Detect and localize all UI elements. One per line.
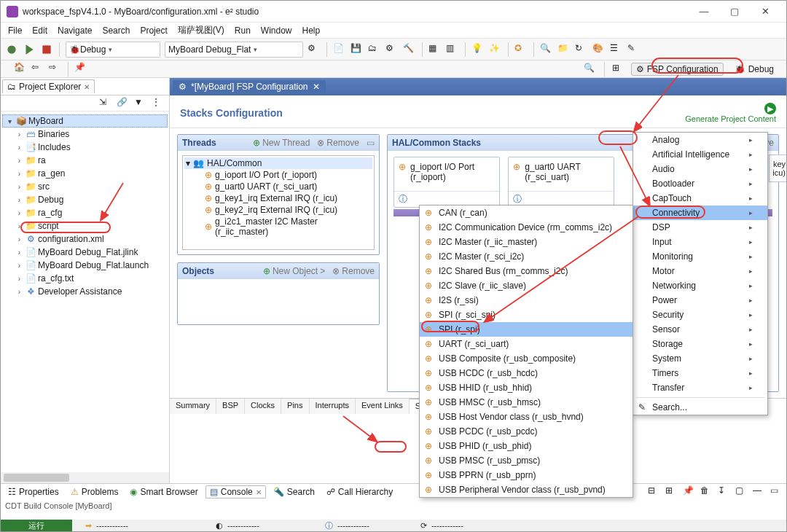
folder-icon[interactable]: 📁 [557, 43, 571, 56]
stack-box-uart[interactable]: ⊕g_uart0 UART (r_sci_uart) ⓘ [508, 157, 614, 208]
tab-clocks[interactable]: Clocks [245, 399, 281, 414]
editor-tab[interactable]: ⚙ *[MyBoard] FSP Configuration ✕ [173, 80, 326, 93]
console-min-icon[interactable]: — [753, 485, 766, 498]
submenu-item[interactable]: ⊕USB Host Vendor class (r_usb_hvnd) [420, 410, 633, 424]
menu-window[interactable]: Window [261, 26, 292, 36]
tab-problems[interactable]: ⚠Problems [66, 485, 123, 498]
submenu-item[interactable]: ⊕USB PCDC (r_usb_pcdc) [420, 424, 633, 439]
tab-eventlinks[interactable]: Event Links [356, 399, 410, 414]
menu-item-input[interactable]: Input▸ [633, 235, 767, 249]
submenu-item[interactable]: ⊕I2C Slave (r_iic_slave) [420, 278, 633, 293]
menu-edit[interactable]: Edit [32, 26, 47, 36]
console-open-icon[interactable]: ▢ [735, 485, 748, 498]
submenu-item[interactable]: ⊕USB Composite (r_usb_composite) [420, 351, 633, 366]
tab-search[interactable]: 🔦Search [269, 485, 319, 498]
tab-callhierarchy[interactable]: ☍Call Hierarchy [322, 485, 397, 498]
console-close-icon[interactable]: ✕ [256, 488, 262, 496]
gear-icon[interactable]: ⚙ [308, 43, 321, 56]
submenu-item[interactable]: ⊕USB HMSC (r_usb_hmsc) [420, 395, 633, 410]
menu-renesas[interactable]: 瑞萨视图(V) [178, 24, 224, 36]
tab-interrupts[interactable]: Interrupts [310, 399, 356, 414]
editor-tab-close-icon[interactable]: ✕ [313, 82, 320, 92]
project-tree[interactable]: ▾📦 MyBoard ›🗃Binaries›📑Includes›📁ra›📁ra_… [1, 112, 169, 472]
tab-console[interactable]: ▤Console✕ [205, 485, 266, 498]
close-tab-icon[interactable]: ✕ [84, 83, 90, 91]
menu-navigate[interactable]: Navigate [58, 26, 92, 36]
quick-access-icon[interactable]: 🔍 [584, 63, 597, 76]
submenu-item[interactable]: ⊕SPI (r_spi) [420, 322, 633, 337]
submenu-item[interactable]: ⊕UART (r_sci_uart) [420, 337, 633, 351]
search2-icon[interactable]: 🔍 [540, 43, 553, 56]
tree-item[interactable]: ›🗃Binaries [2, 128, 168, 141]
tab-properties[interactable]: ☷Properties [4, 485, 63, 498]
tree-item[interactable]: ›📁script [2, 219, 168, 232]
tree-item[interactable]: ›📄MyBoard Debug_Flat.jlink [2, 246, 168, 259]
menu-item-dsp[interactable]: DSP▸ [633, 220, 767, 235]
thread-item[interactable]: ⊕g_i2c1_master I2C Master (r_iic_master) [184, 216, 372, 238]
submenu-item[interactable]: ⊕USB Peripheral Vendor class (r_usb_pvnd… [420, 482, 633, 497]
console-b-icon[interactable]: ⊞ [665, 485, 678, 498]
menu-item-motor[interactable]: Motor▸ [633, 264, 767, 278]
menu-item-transfer[interactable]: Transfer▸ [633, 380, 767, 395]
console-a-icon[interactable]: ⊟ [648, 485, 661, 498]
thread-item[interactable]: ⊕g_key2_irq External IRQ (r_icu) [184, 204, 372, 216]
generate-button[interactable]: ▶ Generate Project Content [685, 103, 776, 123]
collapse-all-icon[interactable]: ⇲ [99, 97, 112, 110]
filter-icon[interactable]: ☰ [610, 43, 623, 56]
connectivity-submenu[interactable]: ⊕CAN (r_can)⊕I2C Communication Device (r… [419, 205, 633, 498]
menu-search[interactable]: Search [102, 26, 130, 36]
tree-item[interactable]: ›⚙configuration.xml [2, 232, 168, 246]
minimize-panel-icon[interactable]: ▭ [367, 138, 375, 148]
submenu-item[interactable]: ⊕USB PPRN (r_usb_pprn) [420, 468, 633, 482]
menu-item-captouch[interactable]: CapTouch▸ [633, 191, 767, 206]
tab-pins[interactable]: Pins [281, 399, 309, 414]
minimize-button[interactable]: — [689, 1, 719, 22]
explorer-tab[interactable]: 🗂 Project Explorer ✕ [2, 79, 95, 93]
thread-group[interactable]: ▾👥 HAL/Common [184, 157, 372, 169]
menu-item-bootloader[interactable]: Bootloader▸ [633, 176, 767, 191]
thread-item[interactable]: ⊕g_uart0 UART (r_sci_uart) [184, 181, 372, 192]
console-clear-icon[interactable]: 🗑 [700, 485, 713, 498]
menu-icon[interactable]: ⋮ [152, 97, 165, 110]
menu-item-power[interactable]: Power▸ [633, 293, 767, 308]
chip-icon[interactable]: ▥ [446, 43, 459, 56]
tab-smartbrowser[interactable]: ◉Smart Browser [125, 485, 202, 498]
submenu-item[interactable]: ⊕I2C Master (r_iic_master) [420, 235, 633, 249]
pin-icon[interactable]: 📌 [74, 62, 87, 75]
remove-object-button[interactable]: ⊗Remove [332, 266, 375, 276]
menu-item-artificial-intelligence[interactable]: Artificial Intelligence▸ [633, 147, 767, 162]
submenu-item[interactable]: ⊕USB PHID (r_usb_phid) [420, 439, 633, 453]
maximize-button[interactable]: ▢ [719, 1, 750, 22]
menu-item-search[interactable]: ✎Search... [633, 400, 767, 415]
tab-summary[interactable]: Summary [170, 399, 216, 414]
info-icon[interactable]: ⓘ [513, 194, 522, 204]
menu-item-sensor[interactable]: Sensor▸ [633, 322, 767, 337]
submenu-item[interactable]: ⊕I2C Master (r_sci_i2c) [420, 249, 633, 264]
new-icon[interactable]: 📄 [333, 43, 346, 56]
menu-item-audio[interactable]: Audio▸ [633, 162, 767, 176]
debug-mode-dropdown[interactable]: 🐞 Debug ▾ [66, 42, 160, 58]
debug-perspective[interactable]: 🐞 Debug [729, 63, 779, 76]
wand2-icon[interactable]: ✎ [627, 43, 641, 56]
forward-icon[interactable]: ⇨ [49, 62, 62, 75]
palette-icon[interactable]: 🎨 [592, 43, 606, 56]
new-thread-button[interactable]: ⊕New Thread [253, 138, 310, 148]
console-scroll-icon[interactable]: ↧ [718, 485, 731, 498]
link-icon[interactable]: 🔗 [117, 97, 130, 110]
run-icon[interactable] [23, 43, 36, 56]
menu-item-connectivity[interactable]: Connectivity▸ [633, 206, 767, 220]
menu-item-analog[interactable]: Analog▸ [633, 133, 767, 147]
home-icon[interactable]: 🏠 [14, 62, 27, 75]
menu-item-networking[interactable]: Networking▸ [633, 278, 767, 293]
stop-icon[interactable] [40, 43, 53, 56]
threads-list[interactable]: ▾👥 HAL/Common ⊕g_ioport I/O Port (r_iopo… [182, 155, 375, 250]
menu-item-monitoring[interactable]: Monitoring▸ [633, 249, 767, 264]
hammer-icon[interactable]: 🔨 [403, 43, 416, 56]
submenu-item[interactable]: ⊕USB HHID (r_usb_hhid) [420, 380, 633, 395]
console-max-icon[interactable]: ▭ [770, 485, 783, 498]
save-icon[interactable]: 💾 [351, 43, 364, 56]
submenu-item[interactable]: ⊕SPI (r_sci_spi) [420, 308, 633, 322]
tree-item[interactable]: ›📁Debug [2, 193, 168, 206]
launch-config-dropdown[interactable]: MyBoard Debug_Flat ▾ [165, 42, 303, 58]
menu-project[interactable]: Project [140, 26, 167, 36]
